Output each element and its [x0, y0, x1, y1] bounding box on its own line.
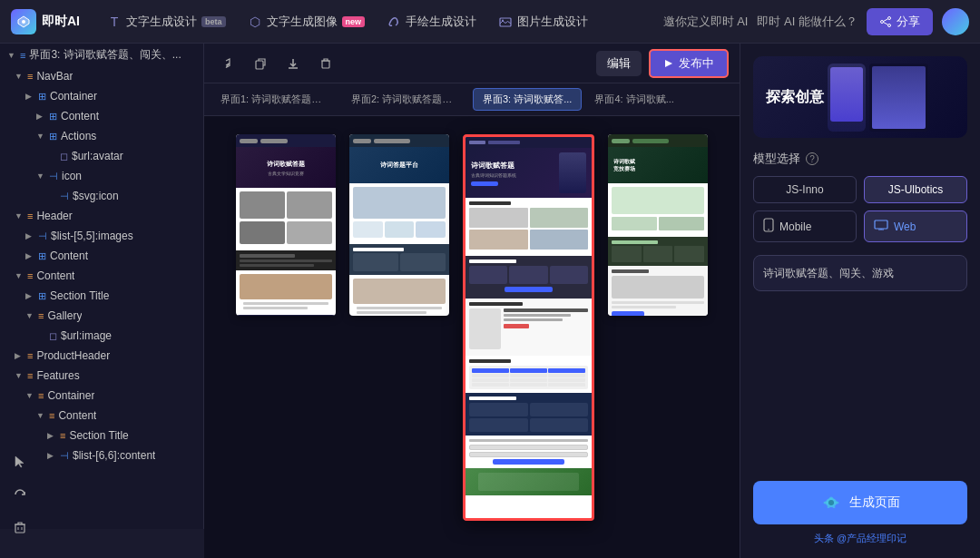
download-btn[interactable] [280, 51, 306, 76]
tree-content-3[interactable]: ▼ ≡ Content [0, 406, 203, 426]
tree-svg-icon[interactable]: ▶ ⊣ $svg:icon [0, 186, 203, 206]
root-icon: ≡ [20, 50, 25, 61]
user-avatar[interactable] [942, 8, 969, 35]
nav-hand-draw[interactable]: 手绘生成设计 [377, 9, 485, 34]
svg-point-15 [828, 500, 834, 505]
list-images-icon: ⊣ [38, 230, 47, 242]
model-options: JS-Inno JS-Ulbotics [753, 176, 967, 203]
page-preview-2[interactable]: 诗词答题平台 [349, 134, 449, 316]
text-design-icon: T [107, 15, 122, 29]
tree-features[interactable]: ▼ ≡ Features [0, 366, 203, 386]
tree-list-content-label: $list-[6,6]:content [73, 449, 155, 462]
bluetooth-btn[interactable] [215, 51, 240, 76]
chevron-icon: ▼ [36, 411, 45, 420]
tree-content-section[interactable]: ▼ ≡ Content [0, 266, 203, 286]
tree-content-2[interactable]: ▶ ⊞ Content [0, 246, 203, 266]
main-layout: ▼ ≡ 界面3: 诗词歌赋答题、闯关、... ▼ ≡ NavBar ▶ ⊞ Co… [0, 44, 980, 558]
toolbar: 编辑 发布中 [204, 44, 740, 83]
page-tab-1[interactable]: 界面1: 诗词歌赋答题、闯关... [211, 89, 338, 110]
tree-gallery[interactable]: ▼ ≡ Gallery [0, 306, 203, 326]
tree-actions[interactable]: ▼ ⊞ Actions [0, 126, 203, 146]
prompt-section: 诗词歌赋答题、闯关、游戏 [753, 255, 967, 291]
nav-text-design[interactable]: T 文字生成设计 beta [98, 9, 235, 34]
device-mobile[interactable]: Mobile [753, 210, 857, 242]
nav-text-image-label: 文字生成图像 [267, 14, 338, 30]
left-sidebar-wrapper: ▼ ≡ 界面3: 诗词歌赋答题、闯关、... ▼ ≡ NavBar ▶ ⊞ Co… [0, 44, 204, 558]
nav-right: 邀你定义即时 AI 即时 AI 能做什么？ 分享 [663, 8, 969, 35]
mobile-icon [763, 218, 774, 235]
hand-draw-icon [387, 15, 401, 29]
cursor-tool-btn[interactable] [7, 449, 33, 475]
image-gen-icon [498, 15, 513, 29]
page-tab-4[interactable]: 界面4: 诗词歌赋... [585, 89, 682, 110]
tree-section-title-2[interactable]: ▶ ≡ Section Title [0, 426, 203, 445]
header-icon: ≡ [27, 210, 33, 221]
tree-list-images-label: $list-[5,5]:images [51, 230, 133, 242]
delete-tool-btn[interactable] [7, 514, 33, 540]
tree-icon-group[interactable]: ▼ ⊣ icon [0, 166, 203, 186]
tree-product-header[interactable]: ▶ ≡ ProductHeader [0, 346, 203, 366]
tree-icon-label: icon [62, 170, 82, 182]
model-js-ulbotics[interactable]: JS-Ulbotics [864, 176, 967, 203]
section-title-icon: ⊞ [38, 290, 46, 302]
tree-container-1[interactable]: ▶ ⊞ Container [0, 86, 203, 106]
generate-label: 生成页面 [849, 494, 900, 511]
rotate-tool-btn[interactable] [7, 482, 33, 507]
canvas-area[interactable]: 诗词歌赋答题 古典文学知识竞赛 [204, 116, 740, 558]
tree-container-2[interactable]: ▼ ≡ Container [0, 386, 203, 406]
features-icon: ≡ [27, 370, 33, 381]
actions-icon: ⊞ [49, 131, 57, 142]
nav-text-design-label: 文字生成设计 [126, 14, 197, 30]
tree-url-image[interactable]: ▶ ◻ $url:image [0, 326, 203, 346]
svg-icon: ⊣ [60, 191, 69, 202]
explore-title: 探索创意 [766, 88, 824, 107]
define-link[interactable]: 邀你定义即时 AI [663, 14, 749, 30]
tree-root[interactable]: ▼ ≡ 界面3: 诗词歌赋答题、闯关、... [0, 44, 203, 66]
explore-images [822, 56, 967, 138]
share-button[interactable]: 分享 [867, 8, 933, 35]
nav-text-image[interactable]: ⬡ 文字生成图像 new [239, 9, 375, 34]
chevron-icon: ▶ [47, 451, 56, 460]
model-help-icon[interactable]: ? [806, 152, 818, 165]
edit-button[interactable]: 编辑 [596, 51, 642, 76]
new-badge: new [342, 16, 366, 27]
web-icon [874, 220, 888, 233]
svg-point-4 [888, 16, 891, 19]
product-header-icon: ≡ [27, 350, 33, 361]
tree-header[interactable]: ▼ ≡ Header [0, 206, 203, 226]
capabilities-link[interactable]: 即时 AI 能做什么？ [757, 14, 858, 30]
app-logo-icon [11, 9, 36, 34]
copy-btn[interactable] [248, 51, 273, 76]
page-2-content: 诗词答题平台 [349, 134, 449, 316]
pages-tabs: 界面1: 诗词歌赋答题、闯关... 界面2: 诗词歌赋答题、... 界面3: 诗… [204, 83, 740, 116]
tree-navbar[interactable]: ▼ ≡ NavBar [0, 66, 203, 86]
page-preview-1[interactable]: 诗词歌赋答题 古典文学知识竞赛 [236, 134, 336, 316]
tree-content-1[interactable]: ▶ ⊞ Content [0, 106, 203, 126]
tree-avatar[interactable]: ▶ ◻ $url:avatar [0, 146, 203, 166]
tree-content3-label: Content [58, 409, 96, 422]
page-preview-4[interactable]: 诗词歌赋竞技赛场 [608, 134, 708, 316]
logo-area[interactable]: 即时AI [11, 9, 80, 34]
prompt-text[interactable]: 诗词歌赋答题、闯关、游戏 [753, 255, 967, 291]
model-js-inno[interactable]: JS-Inno [753, 176, 857, 203]
device-web[interactable]: Web [864, 210, 967, 242]
trash-btn[interactable] [313, 51, 338, 76]
generate-button[interactable]: 生成页面 [753, 481, 967, 524]
explore-card[interactable]: 探索创意 [753, 56, 967, 138]
svg-point-16 [824, 502, 828, 504]
nav-image-gen[interactable]: 图片生成设计 [489, 9, 597, 34]
content3-icon: ≡ [49, 410, 54, 421]
tree-content-label: Content [61, 110, 99, 122]
tree-list-images[interactable]: ▶ ⊣ $list-[5,5]:images [0, 226, 203, 246]
page-tab-3[interactable]: 界面3: 诗词歌赋答... [473, 88, 582, 111]
publish-button[interactable]: 发布中 [649, 49, 729, 78]
tree-section-title-1[interactable]: ▶ ⊞ Section Title [0, 286, 203, 306]
chevron-icon: ▶ [47, 431, 56, 440]
watermark-text: 头条 @产品经理印记 [814, 533, 906, 543]
page-preview-3-selected[interactable]: 诗词歌赋答题 古典诗词知识答题系统 [463, 134, 594, 521]
page-1-content: 诗词歌赋答题 古典文学知识竞赛 [236, 134, 336, 316]
device-mobile-label: Mobile [779, 220, 811, 233]
chevron-icon: ▼ [36, 171, 45, 181]
page-tab-2[interactable]: 界面2: 诗词歌赋答题、... [342, 89, 469, 110]
chevron-icon: ▶ [15, 351, 24, 360]
